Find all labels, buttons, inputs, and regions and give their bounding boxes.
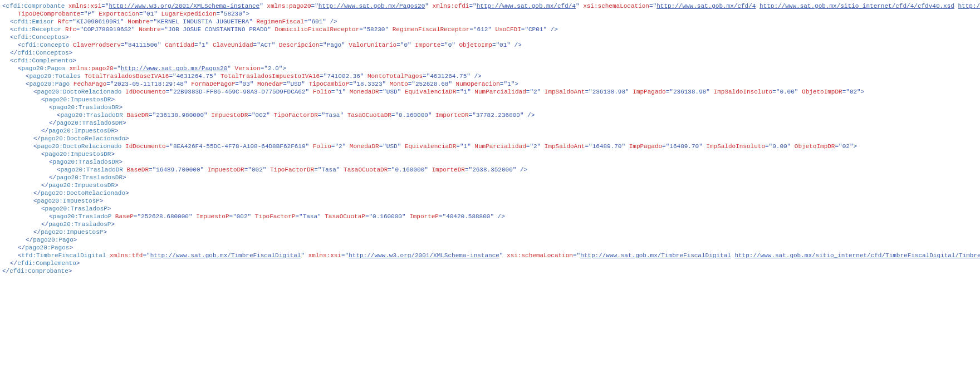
xml-source-view: <cfdi:Comprobante xmlns:xsi="http://www.… xyxy=(2,2,978,275)
